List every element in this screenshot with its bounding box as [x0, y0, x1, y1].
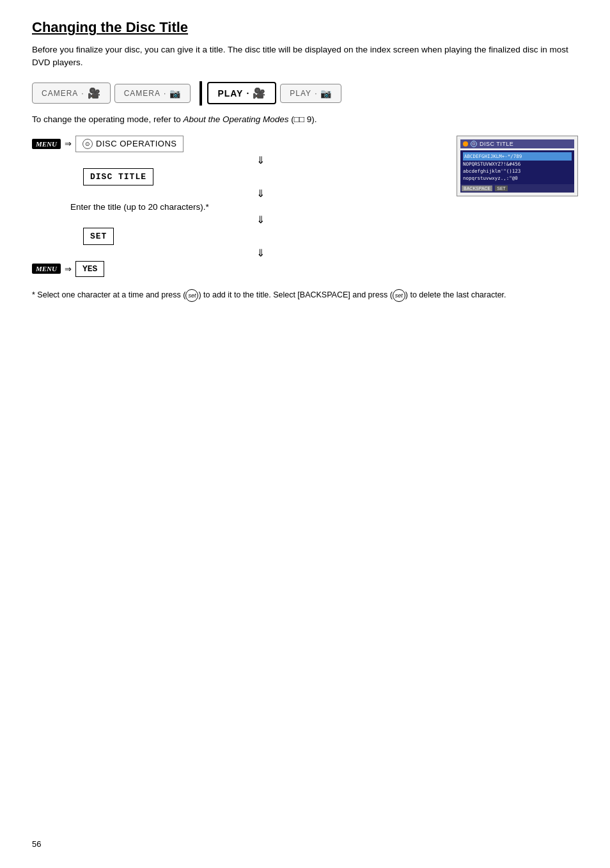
screen-char-row-3: abcdefghijklm'"()123 — [463, 168, 520, 174]
disc-operations-label: DISC OPERATIONS — [96, 139, 176, 148]
page-title: Changing the Disc Title — [32, 19, 578, 36]
screen-footer: BACKSPACE SET — [460, 184, 574, 193]
down-arrow-4: ⇓ — [83, 247, 437, 259]
down-arrow-3: ⇓ — [83, 214, 437, 226]
camera-label-1: CAMERA — [42, 89, 78, 98]
play-label-1: PLAY — [217, 88, 243, 99]
operate-note: To change the operating mode, refer to A… — [32, 114, 578, 124]
arrow-right-1: ⇒ — [65, 139, 72, 148]
down-arrow-1: ⇓ — [83, 154, 437, 166]
camera-photo-button[interactable]: CAMERA · 📷 — [114, 84, 191, 103]
camera-video-button[interactable]: CAMERA · 🎥 — [32, 83, 111, 104]
yes-box: YES — [75, 261, 104, 277]
video-icon-1: · — [81, 89, 84, 98]
footnote: * Select one character at a time and pre… — [32, 288, 578, 302]
camcorder-icon-1: 🎥 — [88, 87, 101, 99]
footnote-text: Select one character at a time and press… — [37, 290, 506, 299]
set-btn[interactable]: SET — [495, 185, 508, 191]
arrow-right-2: ⇒ — [65, 264, 72, 274]
screen-title-label: DISC TITLE — [480, 141, 513, 147]
set-circle-2: set — [393, 289, 405, 302]
screen-char-row-1: ABCDEFGHIJKLM+-*/789 — [463, 152, 572, 161]
play-video-button[interactable]: PLAY · 🎥 — [207, 82, 276, 104]
flow-left: MENU ⇒ ⊙ DISC OPERATIONS ⇓ DISC TITLE ⇓ … — [32, 136, 437, 277]
enter-title-text: Enter the title (up to 20 characters).* — [70, 202, 437, 212]
disc-title-box: DISC TITLE — [83, 168, 153, 185]
backspace-btn[interactable]: BACKSPACE — [462, 185, 492, 191]
disc-op-box: ⊙ DISC OPERATIONS — [75, 136, 184, 152]
play-video-icon: 🎥 — [253, 87, 266, 99]
screen-body: ABCDEFGHIJKLM+-*/789 NOPQRSTUVWXYZ?!&#45… — [460, 150, 574, 184]
screen-header: ⊙ DISC TITLE — [460, 139, 574, 148]
dot-sep-2: · — [164, 89, 166, 98]
menu-badge-2: MENU — [32, 264, 61, 274]
screen-char-row-4: nopqrstuvwxyz.,:"@0 — [463, 175, 518, 181]
mode-divider — [199, 81, 202, 106]
play-photo-icon: 📷 — [320, 88, 332, 99]
intro-text: Before you finalize your disc, you can g… — [32, 43, 578, 70]
dot-sep-3: · — [246, 88, 249, 99]
screen-preview: ⊙ DISC TITLE ABCDEFGHIJKLM+-*/789 NOPQRS… — [457, 136, 578, 196]
mode-buttons-row: CAMERA · 🎥 CAMERA · 📷 PLAY · 🎥 PLAY · 📷 — [32, 81, 578, 106]
screen-char-row-2: NOPQRSTUVWXYZ?!&#456 — [463, 161, 520, 167]
disc-circle-icon: ⊙ — [82, 139, 93, 149]
step-menu-disc-op: MENU ⇒ ⊙ DISC OPERATIONS — [32, 136, 437, 152]
camera-label-2: CAMERA — [124, 89, 160, 98]
set-circle-1: set — [185, 289, 198, 302]
play-label-2: PLAY — [290, 89, 311, 98]
screen-disc-dot — [463, 141, 468, 146]
set-box: SET — [83, 228, 114, 245]
play-photo-button[interactable]: PLAY · 📷 — [280, 84, 341, 103]
step-menu-yes: MENU ⇒ YES — [32, 261, 437, 277]
camera-icon-2: 📷 — [169, 88, 181, 99]
screen-circle-icon: ⊙ — [471, 141, 477, 147]
dot-sep-4: · — [315, 89, 317, 98]
down-arrow-2: ⇓ — [83, 187, 437, 200]
page-number: 56 — [32, 839, 41, 849]
menu-badge-1: MENU — [32, 139, 61, 149]
